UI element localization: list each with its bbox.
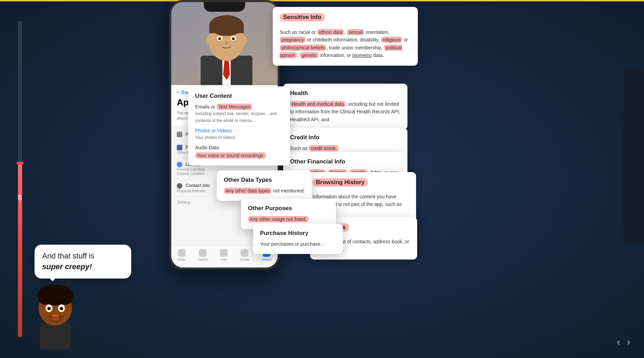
- health-card: Health Health and medical data, includin…: [283, 84, 407, 130]
- svg-point-12: [225, 41, 228, 44]
- any-usage-highlight: Any other usage not listed.: [248, 216, 309, 222]
- other-purposes-text: Any other usage not listed.: [248, 215, 329, 223]
- health-medical-highlight: Health and medical data: [290, 101, 346, 107]
- location-icon: [177, 162, 182, 167]
- sensitive-info-card: Sensitive Info Such as racial or ethnic …: [273, 7, 418, 66]
- today-icon: [178, 249, 185, 257]
- credit-text: Such as credit score.: [290, 144, 401, 152]
- financial-title: Other Financial Info: [290, 158, 401, 165]
- purchase-history-card: Purchase History Your purchases or purch…: [253, 224, 343, 254]
- score-label: -10: [17, 195, 22, 202]
- other-data-title: Other Data Types: [224, 177, 305, 183]
- credit-title: Credit Info: [290, 134, 401, 141]
- other-data-card: Other Data Types Any other data types no…: [217, 170, 312, 201]
- audio-label: Audio Data: [195, 144, 283, 151]
- svg-point-13: [206, 36, 211, 44]
- svg-point-24: [47, 307, 51, 310]
- biometric-text: biometric: [352, 53, 372, 58]
- speech-bubble: And that stuff is super creepy!: [35, 245, 131, 279]
- tab-today[interactable]: Today: [177, 249, 186, 261]
- nav-arrows: ‹ ›: [617, 337, 630, 348]
- audio-highlight: Your voice or sound recordings.: [195, 152, 283, 159]
- photos-section: Photos or Videos Your photos or videos.: [195, 127, 283, 141]
- svg-point-25: [60, 307, 63, 310]
- info-icon: [177, 183, 182, 189]
- photos-label: Photos or Videos: [195, 127, 283, 134]
- emails-label: Emails or Text Messages: [195, 103, 283, 111]
- sensitive-info-title: Sensitive Info: [280, 13, 325, 21]
- sexual-highlight: sexual: [347, 29, 364, 35]
- purchase-history-title: Purchase History: [260, 230, 336, 237]
- text-messages-highlight: Text Messages: [217, 104, 252, 110]
- genetic-highlight: genetic: [300, 52, 319, 58]
- person-svg: [171, 2, 278, 85]
- voice-recording-highlight: Your voice or sound recordings.: [195, 152, 266, 159]
- user-content-card: User Content Emails or Text Messages Inc…: [188, 86, 290, 166]
- slider-thumb: [17, 162, 23, 164]
- next-arrow[interactable]: ›: [627, 337, 630, 348]
- health-title: Health: [290, 90, 401, 97]
- svg-point-10: [218, 37, 221, 40]
- sensitive-info-text: Such as racial or ethnic data, sexual or…: [280, 28, 411, 59]
- emails-desc: Including subject line, sender, recipien…: [195, 111, 283, 124]
- svg-point-11: [232, 37, 235, 40]
- svg-rect-15: [40, 322, 71, 350]
- apps-icon: [220, 249, 228, 257]
- svg-point-14: [242, 36, 247, 44]
- speech-line1: And that stuff is super creepy!: [42, 251, 124, 272]
- box-icon: [177, 132, 182, 137]
- tab-apps[interactable]: Apps: [220, 249, 228, 261]
- audio-section: Audio Data Your voice or sound recording…: [195, 144, 283, 159]
- prev-arrow[interactable]: ‹: [617, 337, 620, 348]
- credit-score-highlight: credit score.: [309, 145, 338, 151]
- character-avatar: [21, 277, 90, 355]
- speech-line2: super creepy!: [42, 262, 92, 271]
- svg-rect-7: [209, 25, 244, 33]
- religious-highlight: religious: [381, 37, 402, 43]
- character-svg: [21, 277, 90, 353]
- user-content-title: User Content: [195, 93, 283, 100]
- card-icon: [177, 145, 182, 150]
- top-accent-bar: [0, 0, 644, 1]
- games-icon: [199, 249, 206, 257]
- arcade-icon: [241, 249, 248, 257]
- emails-section: Emails or Text Messages Including subjec…: [195, 103, 283, 124]
- other-purposes-title: Other Purposes: [248, 205, 329, 212]
- photos-desc: Your photos or videos.: [195, 134, 283, 141]
- phone-notch: [204, 2, 245, 12]
- philosophical-highlight: philosophical beliefs: [280, 45, 326, 51]
- right-panel: [623, 69, 644, 242]
- pregnancy-highlight: pregnancy: [280, 37, 306, 43]
- health-text: Health and medical data, including but n…: [290, 100, 401, 123]
- svg-point-21: [48, 288, 62, 301]
- phone-hero-image: [171, 2, 278, 85]
- tab-games[interactable]: Games: [198, 249, 208, 261]
- any-data-highlight: Any other data types: [224, 188, 271, 194]
- browsing-title: Browsing History: [313, 178, 368, 187]
- ethnic-data-highlight: ethnic data: [317, 29, 344, 35]
- other-data-text: Any other data types not mentioned.: [224, 187, 305, 195]
- purchase-history-text: Your purchases or purchase...: [260, 240, 336, 248]
- tab-arcade[interactable]: Arcade: [240, 249, 250, 261]
